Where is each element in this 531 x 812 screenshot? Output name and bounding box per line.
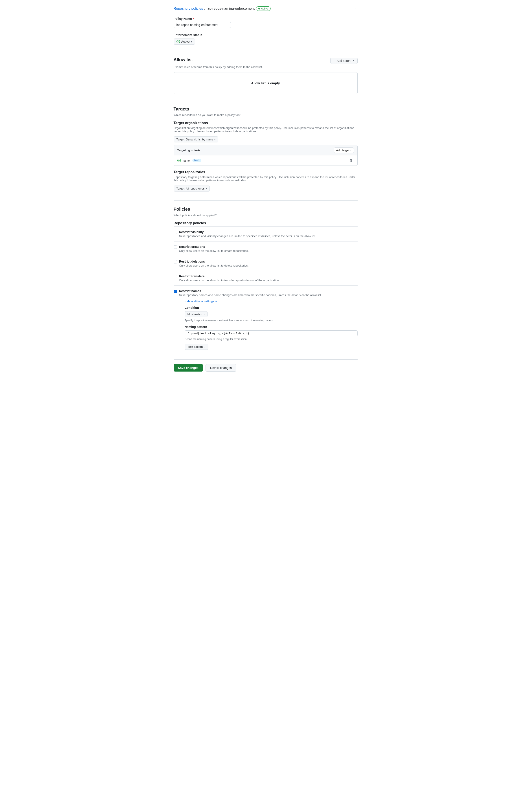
- footer-actions: Save changes Revert changes: [174, 360, 358, 372]
- breadcrumb-current: iac-repos-naming-enforcement: [207, 6, 255, 11]
- target-repos-title: Target repositories: [174, 170, 358, 174]
- condition-label: Condition: [185, 306, 358, 309]
- policy-item-restrict-names: Restrict names New repository names and …: [174, 286, 358, 353]
- targeting-box-header: Targeting criteria Add target ▾: [174, 145, 357, 155]
- enforcement-value: Active: [181, 40, 190, 43]
- policy-item-restrict-deletions: Restrict deletions Only allow users on t…: [174, 256, 358, 271]
- add-actors-label: + Add actors: [334, 59, 351, 62]
- condition-dropdown[interactable]: Must match ▾: [185, 311, 207, 317]
- add-target-chevron-icon: ▾: [350, 149, 351, 151]
- policies-description: Which policies should be applied?: [174, 214, 358, 217]
- targets-section: Targets Which repositories do you want t…: [174, 106, 358, 194]
- condition-hint: Specify if repository names must match o…: [185, 319, 358, 322]
- policy-name-section: Policy Name *: [174, 17, 358, 28]
- breadcrumb-parent-link[interactable]: Repository policies: [174, 6, 203, 11]
- targeting-box: Targeting criteria Add target ▾ + name: …: [174, 145, 358, 166]
- enforcement-section: Enforcement status ✓ Active ▾: [174, 33, 358, 45]
- required-indicator: *: [193, 17, 194, 20]
- condition-value: Must match: [188, 313, 202, 316]
- repo-policies-title: Repository policies: [174, 221, 358, 225]
- breadcrumb: Repository policies / iac-repos-naming-e…: [174, 6, 271, 11]
- policy-item-restrict-transfers: Restrict transfers Only allow users on t…: [174, 271, 358, 286]
- status-badge-label: Active: [261, 7, 268, 10]
- status-badge: Active: [256, 6, 271, 11]
- add-actors-button[interactable]: + Add actors ▾: [330, 58, 357, 64]
- repo-target-dropdown[interactable]: Target: All repositories ▾: [174, 186, 210, 191]
- breadcrumb-row: Repository policies / iac-repos-naming-e…: [174, 5, 358, 12]
- hide-settings-chevron-icon: ∧: [215, 300, 217, 303]
- restrict-names-desc: New repository names and name changes ar…: [179, 293, 358, 297]
- add-target-button[interactable]: Add target ▾: [334, 147, 354, 153]
- condition-chevron-icon: ▾: [204, 313, 205, 316]
- enforcement-label: Enforcement status: [174, 33, 358, 37]
- policy-item-restrict-creations: Restrict creations Only allow users on t…: [174, 242, 358, 256]
- policies-section: Policies Which policies should be applie…: [174, 207, 358, 353]
- repo-target-chevron-icon: ▾: [206, 187, 207, 190]
- allow-list-empty: Allow list is empty: [174, 72, 358, 94]
- policy-item-restrict-visibility: Restrict visibility New repositories and…: [174, 227, 358, 242]
- target-orgs-title: Target organizations: [174, 121, 358, 125]
- restrict-creations-checkbox[interactable]: [174, 245, 177, 249]
- delete-criteria-button[interactable]: 🗑: [349, 158, 354, 163]
- active-indicator: ✓: [176, 40, 180, 43]
- restrict-transfers-name: Restrict transfers: [179, 275, 279, 278]
- naming-pattern-section: Naming pattern Define the naming pattern…: [185, 325, 358, 350]
- add-target-label: Add target: [336, 148, 350, 152]
- revert-changes-button[interactable]: Revert changes: [206, 364, 236, 372]
- policy-name-label: Policy Name *: [174, 17, 358, 20]
- add-actors-chevron-icon: ▾: [353, 59, 354, 62]
- org-target-label: Target: Dynamic list by name: [176, 138, 213, 141]
- naming-pattern-label: Naming pattern: [185, 325, 358, 329]
- naming-pattern-input[interactable]: [185, 330, 358, 336]
- targeting-criteria-label: Targeting criteria: [177, 148, 201, 152]
- save-changes-button[interactable]: Save changes: [174, 364, 203, 372]
- enforcement-dropdown[interactable]: ✓ Active ▾: [174, 39, 195, 45]
- targets-description: Which repositories do you want to make a…: [174, 113, 358, 117]
- org-target-dropdown[interactable]: Target: Dynamic list by name ▾: [174, 136, 219, 142]
- chevron-down-icon: ▾: [191, 41, 192, 43]
- target-orgs-description: Organization targeting determines which …: [174, 126, 358, 133]
- restrict-transfers-checkbox[interactable]: [174, 275, 177, 278]
- condition-section: Condition Must match ▾ Specify if reposi…: [185, 306, 358, 322]
- targets-title: Targets: [174, 106, 358, 112]
- divider-3: [174, 200, 358, 201]
- restrict-visibility-name: Restrict visibility: [179, 230, 316, 234]
- breadcrumb-separator: /: [204, 6, 205, 11]
- policy-name-input[interactable]: [174, 22, 231, 28]
- more-options-button[interactable]: ···: [351, 5, 357, 12]
- criteria-plus-icon: +: [177, 159, 181, 162]
- criteria-key: name:: [183, 159, 191, 162]
- additional-settings-panel: Hide additional settings ∧ Condition Mus…: [185, 299, 358, 350]
- repo-target-label: Target: All repositories: [176, 187, 205, 190]
- restrict-creations-name: Restrict creations: [179, 245, 249, 248]
- allow-list-section: Allow list + Add actors ▾ Exempt roles o…: [174, 57, 358, 94]
- restrict-names-checkbox[interactable]: [174, 290, 177, 293]
- restrict-transfers-desc: Only allow users on the allow list to tr…: [179, 279, 279, 282]
- allow-list-header: Allow list + Add actors ▾: [174, 57, 358, 64]
- allow-list-title: Allow list: [174, 57, 193, 62]
- restrict-deletions-desc: Only allow users on the allow list to de…: [179, 264, 249, 267]
- restrict-visibility-desc: New repositories and visibility changes …: [179, 234, 316, 238]
- test-pattern-button[interactable]: Test pattern...: [185, 344, 209, 350]
- allow-list-description: Exempt roles or teams from this policy b…: [174, 66, 358, 69]
- hide-settings-button[interactable]: Hide additional settings ∧: [185, 300, 217, 303]
- status-badge-dot: [259, 8, 260, 10]
- hide-settings-label: Hide additional settings: [185, 300, 214, 303]
- restrict-deletions-name: Restrict deletions: [179, 260, 249, 263]
- targeting-criteria-row: + name: iac-*: [177, 159, 201, 162]
- criteria-value: iac-*: [192, 159, 201, 162]
- target-repos-description: Repository targeting determines which re…: [174, 175, 358, 182]
- targeting-row: + name: iac-* 🗑: [174, 155, 357, 165]
- naming-hint: Define the naming pattern using a regula…: [185, 338, 358, 341]
- restrict-names-name: Restrict names: [179, 289, 358, 293]
- org-target-chevron-icon: ▾: [214, 138, 216, 141]
- restrict-visibility-checkbox[interactable]: [174, 231, 177, 234]
- policies-title: Policies: [174, 207, 358, 212]
- divider-1: [174, 51, 358, 51]
- restrict-creations-desc: Only allow users on the allow list to cr…: [179, 249, 249, 252]
- restrict-deletions-checkbox[interactable]: [174, 260, 177, 263]
